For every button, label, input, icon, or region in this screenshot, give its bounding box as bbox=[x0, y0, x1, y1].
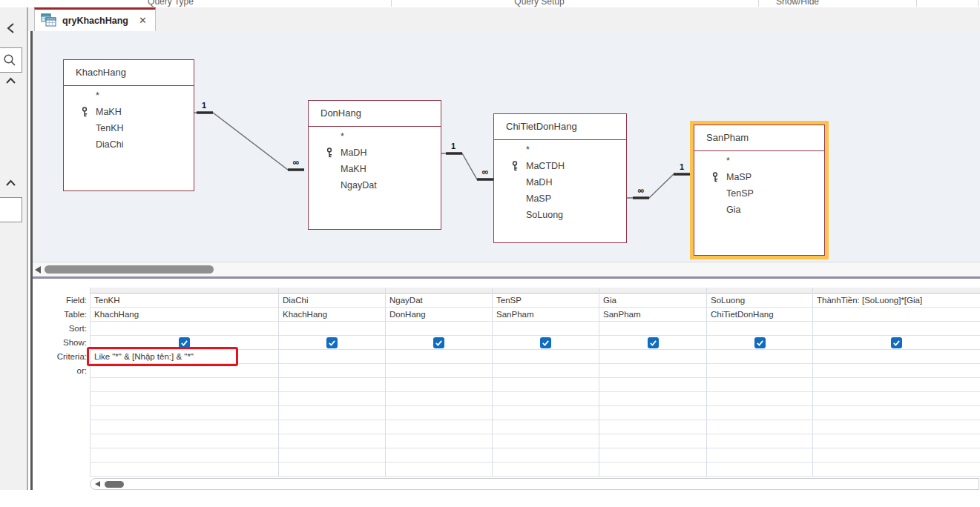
grid-cell-empty[interactable] bbox=[91, 463, 278, 477]
grid-cell-empty[interactable] bbox=[707, 406, 812, 420]
scrollbar-thumb[interactable] bbox=[105, 481, 124, 488]
grid-cell-empty[interactable] bbox=[493, 434, 599, 448]
grid-cell-sort[interactable] bbox=[813, 322, 980, 336]
tab-close-icon[interactable]: ✕ bbox=[137, 15, 149, 26]
grid-cell-table[interactable]: KhachHang bbox=[91, 308, 278, 322]
design-surface-hscrollbar[interactable] bbox=[33, 262, 980, 276]
scrollbar-thumb[interactable] bbox=[45, 265, 214, 274]
grid-cell-show[interactable] bbox=[493, 336, 599, 350]
grid-cell-show[interactable] bbox=[386, 336, 492, 350]
grid-cell-empty[interactable] bbox=[279, 463, 385, 477]
grid-cell-empty[interactable] bbox=[386, 463, 492, 477]
scroll-left-arrow-icon[interactable] bbox=[35, 266, 41, 274]
table-box-khachhang[interactable]: KhachHang*MaKHTenKHDiaChi bbox=[63, 59, 194, 191]
grid-cell-empty[interactable] bbox=[599, 434, 706, 448]
grid-hscrollbar[interactable] bbox=[90, 478, 979, 490]
grid-cell-sort[interactable] bbox=[386, 322, 492, 336]
tab-qrykhachhang[interactable]: qryKhachHang ✕ bbox=[34, 7, 156, 31]
grid-cell-empty[interactable] bbox=[813, 406, 980, 420]
table-field[interactable]: TenKH bbox=[64, 120, 194, 136]
table-field[interactable]: * bbox=[494, 142, 626, 158]
table-title[interactable]: ChiTietDonHang bbox=[494, 114, 626, 140]
table-field[interactable]: MaKH bbox=[64, 104, 194, 120]
grid-column-selector[interactable] bbox=[91, 288, 278, 294]
grid-cell-empty[interactable] bbox=[91, 392, 278, 406]
table-field[interactable]: * bbox=[309, 128, 441, 145]
table-box-chitietdonhang[interactable]: ChiTietDonHang*MaCTDHMaDHMaSPSoLuong bbox=[493, 113, 627, 243]
table-field[interactable]: DiaChi bbox=[64, 136, 194, 153]
nav-pane-collapse-button[interactable] bbox=[3, 21, 18, 36]
table-field[interactable]: MaSP bbox=[694, 169, 824, 185]
grid-cell-sort[interactable] bbox=[599, 322, 706, 336]
scroll-left-arrow-icon[interactable] bbox=[95, 481, 100, 487]
grid-cell-or[interactable] bbox=[493, 364, 599, 378]
grid-cell-sort[interactable] bbox=[279, 322, 385, 336]
grid-cell-empty[interactable] bbox=[279, 392, 385, 406]
grid-cell-empty[interactable] bbox=[813, 448, 980, 463]
collapse-group-button-2[interactable] bbox=[3, 178, 18, 188]
grid-cell-empty[interactable] bbox=[599, 392, 706, 406]
table-field[interactable]: MaKH bbox=[309, 161, 441, 177]
table-field[interactable]: MaDH bbox=[494, 174, 626, 190]
grid-cell-table[interactable] bbox=[813, 308, 980, 322]
grid-cell-empty[interactable] bbox=[279, 378, 385, 392]
grid-column-selector[interactable] bbox=[813, 288, 980, 294]
grid-cell-empty[interactable] bbox=[386, 406, 492, 420]
sidebar-empty-box[interactable] bbox=[0, 197, 22, 222]
table-box-sanpham[interactable]: SanPham*MaSPTenSPGia bbox=[694, 125, 825, 256]
grid-cell-table[interactable]: SanPham bbox=[599, 308, 706, 322]
grid-cell-field[interactable]: DiaChi bbox=[279, 294, 385, 308]
collapse-group-button[interactable] bbox=[3, 76, 18, 86]
grid-cell-empty[interactable] bbox=[279, 434, 385, 448]
grid-cell-criteria[interactable]: Like "*" & [Nhập tên:] & "*" bbox=[91, 350, 278, 364]
grid-cell-field[interactable]: Gia bbox=[599, 294, 706, 308]
grid-cell-table[interactable]: DonHang bbox=[386, 308, 492, 322]
grid-cell-or[interactable] bbox=[813, 364, 980, 378]
grid-cell-empty[interactable] bbox=[599, 420, 706, 434]
grid-cell-empty[interactable] bbox=[707, 434, 812, 448]
grid-cell-criteria[interactable] bbox=[707, 350, 812, 364]
grid-cell-field[interactable]: TenSP bbox=[493, 294, 599, 308]
grid-cell-empty[interactable] bbox=[707, 463, 812, 477]
grid-cell-empty[interactable] bbox=[386, 448, 492, 463]
grid-cell-or[interactable] bbox=[599, 364, 706, 378]
grid-cell-criteria[interactable] bbox=[279, 350, 385, 364]
grid-cell-table[interactable]: KhachHang bbox=[279, 308, 385, 322]
show-checkbox[interactable] bbox=[179, 337, 190, 348]
grid-cell-empty[interactable] bbox=[91, 406, 278, 420]
show-checkbox[interactable] bbox=[891, 337, 902, 348]
grid-cell-sort[interactable] bbox=[493, 322, 599, 336]
grid-cell-empty[interactable] bbox=[386, 420, 492, 434]
grid-cell-empty[interactable] bbox=[599, 448, 706, 463]
grid-cell-empty[interactable] bbox=[386, 392, 492, 406]
grid-cell-field[interactable]: ThànhTiền: [SoLuong]*[Gia] bbox=[813, 294, 980, 308]
grid-cell-empty[interactable] bbox=[493, 406, 599, 420]
grid-cell-empty[interactable] bbox=[493, 420, 599, 434]
grid-cell-criteria[interactable] bbox=[493, 350, 599, 364]
grid-cell-empty[interactable] bbox=[493, 448, 599, 463]
grid-cell-or[interactable] bbox=[91, 364, 278, 378]
grid-cell-empty[interactable] bbox=[707, 420, 812, 434]
grid-cell-show[interactable] bbox=[813, 336, 980, 350]
grid-cell-empty[interactable] bbox=[813, 463, 980, 477]
show-checkbox[interactable] bbox=[540, 337, 551, 348]
grid-column-selector[interactable] bbox=[599, 288, 706, 294]
table-field[interactable]: SoLuong bbox=[494, 207, 626, 223]
grid-cell-empty[interactable] bbox=[91, 448, 278, 463]
grid-column-selector[interactable] bbox=[279, 288, 385, 294]
show-checkbox[interactable] bbox=[754, 337, 766, 348]
grid-cell-or[interactable] bbox=[707, 364, 812, 378]
grid-cell-empty[interactable] bbox=[707, 378, 812, 392]
show-checkbox[interactable] bbox=[326, 337, 338, 348]
table-field[interactable]: NgayDat bbox=[309, 177, 441, 193]
table-box-donhang[interactable]: DonHang*MaDHMaKHNgayDat bbox=[308, 100, 441, 230]
grid-cell-show[interactable] bbox=[279, 336, 385, 350]
grid-cell-field[interactable]: SoLuong bbox=[707, 294, 812, 308]
grid-cell-empty[interactable] bbox=[493, 392, 599, 406]
grid-column-selector[interactable] bbox=[386, 288, 492, 294]
table-field[interactable]: MaCTDH bbox=[494, 158, 626, 174]
table-field[interactable]: MaSP bbox=[494, 190, 626, 207]
table-field[interactable]: * bbox=[64, 87, 194, 104]
grid-cell-empty[interactable] bbox=[813, 392, 980, 406]
grid-cell-empty[interactable] bbox=[91, 420, 278, 434]
